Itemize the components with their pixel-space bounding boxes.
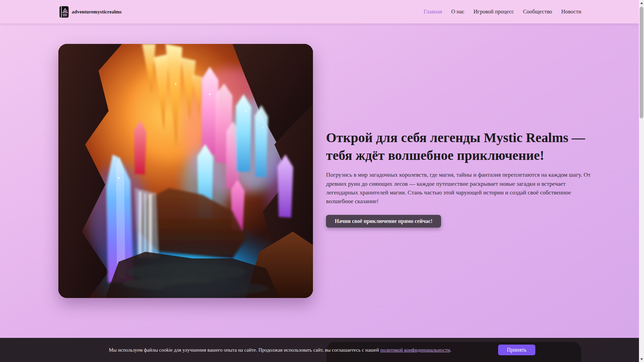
cookie-message-text: Мы используем файлы cookie для улучшения…	[109, 347, 380, 353]
logo[interactable]: adventuremysticrealms	[59, 6, 122, 18]
cookie-banner: Мы используем файлы cookie для улучшения…	[0, 338, 644, 362]
privacy-policy-link[interactable]: политикой конфиденциальности	[380, 347, 450, 353]
nav-link-community[interactable]: Сообщество	[523, 8, 552, 15]
scrollbar[interactable]	[639, 0, 644, 362]
cookie-message-period: .	[450, 347, 451, 353]
nav-link-about[interactable]: О нас	[451, 8, 465, 15]
start-adventure-button[interactable]: Начни своё приключение прямо сейчас!	[326, 215, 441, 228]
hero-heading: Открой для себя легенды Mystic Realms — …	[326, 129, 594, 164]
hero-section: Открой для себя легенды Mystic Realms — …	[326, 129, 594, 228]
nav-link-news[interactable]: Новости	[561, 8, 581, 15]
scrollbar-thumb[interactable]	[640, 7, 643, 118]
header: adventuremysticrealms Главная О нас Игро…	[0, 0, 644, 23]
nav-link-gameplay[interactable]: Игровой процесс	[474, 8, 514, 15]
hero-description: Погрузись в мир загадочных королевств, г…	[326, 170, 591, 205]
nav-link-home[interactable]: Главная	[424, 8, 442, 15]
accept-cookies-button[interactable]: Принять	[498, 345, 535, 355]
scroll-up-icon[interactable]	[639, 0, 644, 5]
main-nav: Главная О нас Игровой процесс Сообщество…	[424, 8, 581, 15]
logo-text: adventuremysticrealms	[72, 9, 122, 15]
cookie-message: Мы используем файлы cookie для улучшения…	[109, 347, 451, 353]
scroll-down-icon[interactable]	[639, 357, 644, 362]
spellbook-logo-icon	[59, 6, 69, 18]
hero-crystal-cave-image	[58, 44, 313, 298]
